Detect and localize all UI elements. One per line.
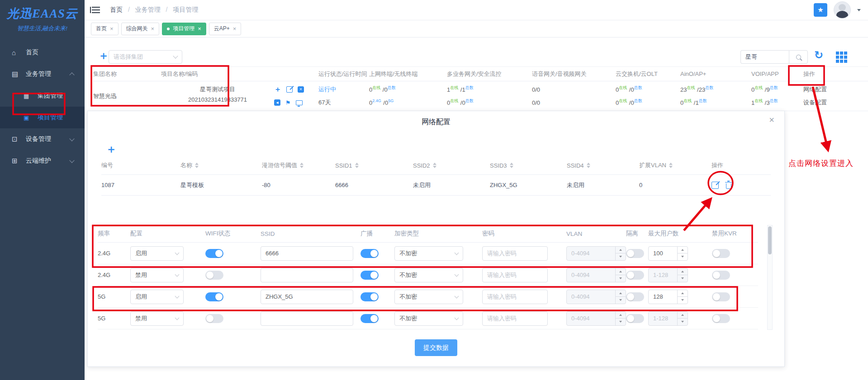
edit-template-icon[interactable] <box>711 182 719 189</box>
refresh-icon[interactable]: ↻ <box>814 49 823 61</box>
stepper-up-icon[interactable] <box>616 312 626 319</box>
broadcast-toggle[interactable] <box>360 314 379 323</box>
config-select[interactable]: 启用 <box>130 246 184 261</box>
breadcrumb-business[interactable]: 业务管理 <box>135 6 161 13</box>
stepper-up-icon[interactable] <box>616 247 626 254</box>
sidebar-item-group-mgmt[interactable]: ▦ 集团管理 <box>0 85 85 107</box>
password-input[interactable] <box>482 268 548 282</box>
sort-carets-icon[interactable] <box>587 163 590 168</box>
search-input[interactable] <box>740 50 789 64</box>
wifi-status-toggle[interactable] <box>205 314 223 323</box>
encryption-select[interactable]: 不加密 <box>394 290 463 304</box>
number-stepper[interactable] <box>615 290 626 304</box>
encryption-select[interactable]: 不加密 <box>394 268 463 282</box>
tab-project-mgmt[interactable]: 项目管理 × <box>162 23 206 35</box>
sidebar-item-device-mgmt[interactable]: ⊡ 设备管理 <box>0 128 85 150</box>
max-users-input[interactable]: 1-128 <box>648 311 688 326</box>
sort-carets-icon[interactable] <box>355 163 359 168</box>
stepper-down-icon[interactable] <box>616 297 626 304</box>
tab-home[interactable]: 首页 × <box>91 23 119 35</box>
isolation-toggle[interactable] <box>626 249 644 258</box>
ssid-input[interactable] <box>261 290 353 304</box>
network-config-action[interactable]: 网络配置 <box>803 84 868 94</box>
wifi-status-toggle[interactable] <box>205 292 223 301</box>
add-icon[interactable]: ＋ <box>274 86 281 93</box>
stepper-up-icon[interactable] <box>678 312 688 319</box>
sidebar-item-business[interactable]: ▤ 业务管理 <box>0 63 85 85</box>
stepper-down-icon[interactable] <box>678 253 688 260</box>
number-stepper[interactable] <box>677 290 688 304</box>
encryption-select[interactable]: 不加密 <box>394 246 463 261</box>
stepper-down-icon[interactable] <box>616 275 626 282</box>
number-stepper[interactable] <box>677 247 688 260</box>
grid-view-icon[interactable] <box>836 52 847 63</box>
kvr-toggle[interactable] <box>712 314 730 323</box>
add-project-button[interactable]: ＋ <box>98 49 109 62</box>
delete-icon[interactable]: × <box>298 86 304 93</box>
stepper-up-icon[interactable] <box>678 290 688 297</box>
number-stepper[interactable] <box>615 268 626 282</box>
sidebar-item-cloud-maintenance[interactable]: ⊞ 云端维护 <box>0 150 85 172</box>
sort-carets-icon[interactable] <box>510 163 513 168</box>
sort-carets-icon[interactable] <box>300 163 304 168</box>
close-icon[interactable]: × <box>769 115 774 125</box>
isolation-toggle[interactable] <box>626 314 644 323</box>
vlan-input[interactable]: 0-4094 <box>566 311 626 326</box>
max-users-input[interactable]: 128 <box>648 290 688 304</box>
sidebar-item-project-mgmt[interactable]: ▣ 项目管理 <box>0 107 85 128</box>
number-stepper[interactable] <box>615 247 626 260</box>
user-avatar[interactable] <box>834 1 851 19</box>
group-select[interactable]: 请选择集团 <box>109 50 182 64</box>
encryption-select[interactable]: 不加密 <box>394 311 463 326</box>
isolation-toggle[interactable] <box>626 292 644 301</box>
search-button[interactable] <box>789 50 808 64</box>
config-select[interactable]: 禁用 <box>130 268 184 282</box>
monitor-icon[interactable] <box>296 100 303 105</box>
password-input[interactable] <box>482 290 548 304</box>
config-select[interactable]: 禁用 <box>130 311 184 326</box>
stepper-up-icon[interactable] <box>616 290 626 297</box>
vlan-input[interactable]: 0-4094 <box>566 268 626 282</box>
favorite-button[interactable]: ★ <box>814 3 827 17</box>
stepper-up-icon[interactable] <box>678 268 688 276</box>
stepper-up-icon[interactable] <box>678 247 688 254</box>
sidebar-item-home[interactable]: ⌂ 首页 <box>0 42 85 63</box>
number-stepper[interactable] <box>677 268 688 282</box>
add-template-button[interactable]: ＋ <box>106 142 117 156</box>
form-scrollbar[interactable] <box>767 225 773 330</box>
breadcrumb-home[interactable]: 首页 <box>110 6 123 13</box>
kvr-toggle[interactable] <box>712 249 730 258</box>
stepper-down-icon[interactable] <box>616 253 626 260</box>
tab-gateway[interactable]: 综合网关 × <box>121 23 160 35</box>
wifi-status-toggle[interactable] <box>205 271 223 280</box>
user-menu-caret-icon[interactable] <box>857 9 861 11</box>
broadcast-toggle[interactable] <box>360 271 379 280</box>
sort-carets-icon[interactable] <box>433 163 436 168</box>
kvr-toggle[interactable] <box>712 271 730 280</box>
trash-icon[interactable] <box>726 183 731 189</box>
broadcast-toggle[interactable] <box>360 249 379 258</box>
tab-cloud-ap[interactable]: 云AP+ × <box>209 23 242 35</box>
max-users-input[interactable]: 100 <box>648 246 688 261</box>
ssid-input[interactable] <box>261 311 353 326</box>
password-input[interactable] <box>482 246 548 261</box>
stepper-up-icon[interactable] <box>616 268 626 276</box>
number-stepper[interactable] <box>677 312 688 325</box>
stepper-down-icon[interactable] <box>616 319 626 325</box>
collapse-menu-icon[interactable] <box>92 7 100 13</box>
broadcast-toggle[interactable] <box>360 292 379 301</box>
device-config-action[interactable]: 设备配置 <box>803 98 868 108</box>
config-select[interactable]: 启用 <box>130 290 184 304</box>
close-tab-icon[interactable]: × <box>233 26 237 32</box>
stepper-down-icon[interactable] <box>678 319 688 325</box>
vlan-input[interactable]: 0-4094 <box>566 290 626 304</box>
scrollbar-thumb[interactable] <box>768 226 772 254</box>
stepper-down-icon[interactable] <box>678 297 688 304</box>
share-icon[interactable]: ◂ <box>274 99 280 106</box>
breadcrumb-project[interactable]: 项目管理 <box>173 6 198 13</box>
ssid-input[interactable] <box>261 268 353 282</box>
vlan-input[interactable]: 0-4094 <box>566 246 626 261</box>
wifi-status-toggle[interactable] <box>205 249 223 258</box>
flag-icon[interactable]: ⚑ <box>285 100 291 106</box>
sort-carets-icon[interactable] <box>669 163 673 168</box>
